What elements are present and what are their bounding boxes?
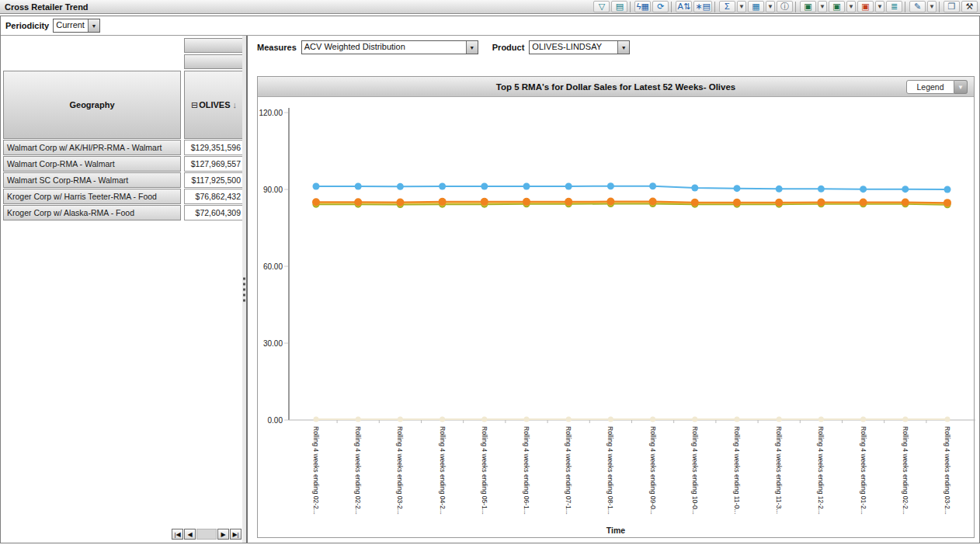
data-point[interactable]: [860, 199, 867, 207]
filter-icon[interactable]: ▽: [593, 1, 610, 12]
data-point[interactable]: [776, 186, 783, 193]
report-list-icon[interactable]: ≣: [886, 1, 902, 12]
chevron-down-icon[interactable]: ▼: [88, 19, 99, 32]
view-layout-caret-icon[interactable]: ▼: [766, 1, 775, 12]
data-point[interactable]: [356, 417, 361, 422]
chevron-down-icon[interactable]: ▼: [466, 41, 478, 54]
data-point[interactable]: [396, 199, 404, 207]
edit-icon[interactable]: ✎: [909, 1, 926, 12]
data-point[interactable]: [691, 185, 698, 192]
data-point[interactable]: [354, 198, 362, 206]
data-point[interactable]: [523, 183, 530, 190]
data-point[interactable]: [523, 198, 530, 206]
data-point[interactable]: [902, 186, 909, 193]
data-point[interactable]: [944, 199, 951, 207]
aggregate-sigma-icon[interactable]: Σ: [719, 1, 735, 12]
olives-column-header[interactable]: ⊟ OLIVES ↓: [184, 71, 244, 139]
data-point[interactable]: [314, 417, 319, 422]
data-point[interactable]: [691, 199, 699, 207]
data-point[interactable]: [817, 199, 825, 207]
data-point[interactable]: [777, 417, 782, 422]
data-point[interactable]: [524, 417, 530, 422]
export-excel-report-caret-icon[interactable]: ▼: [846, 1, 856, 12]
data-point[interactable]: [945, 417, 950, 422]
refresh-icon[interactable]: ⟳: [652, 1, 669, 12]
data-point[interactable]: [818, 417, 824, 422]
value-cell[interactable]: $129,351,596: [184, 140, 244, 155]
data-point[interactable]: [735, 417, 740, 422]
pager-scroll-track[interactable]: [196, 529, 217, 540]
pager-last-button[interactable]: ▶|: [230, 529, 242, 540]
aggregate-sigma-caret-icon[interactable]: ▼: [737, 1, 746, 12]
sort-az-icon[interactable]: A⇅: [676, 1, 692, 12]
geography-cell[interactable]: Walmart Corp-RMA - Walmart: [3, 156, 181, 172]
copy-icon[interactable]: ❐: [944, 1, 960, 12]
data-point[interactable]: [397, 183, 404, 190]
value-cell[interactable]: $72,604,309: [184, 205, 244, 220]
measures-select[interactable]: ACV Weighted Distribution ▼: [301, 40, 478, 54]
pager-next-button[interactable]: ▶: [217, 529, 229, 540]
data-point[interactable]: [566, 417, 572, 422]
data-point[interactable]: [944, 186, 951, 193]
legend-button-label[interactable]: Legend: [906, 80, 954, 94]
periodicity-select[interactable]: Current ▼: [53, 19, 100, 33]
data-point[interactable]: [650, 417, 655, 422]
collapse-icon[interactable]: ⊟: [191, 100, 198, 110]
view-layout-icon[interactable]: ▦: [748, 1, 764, 12]
data-point[interactable]: [733, 199, 741, 207]
data-point[interactable]: [481, 183, 488, 190]
data-point[interactable]: [481, 417, 487, 422]
export-excel-report-icon[interactable]: ▣: [829, 1, 845, 12]
data-point[interactable]: [902, 199, 909, 207]
chevron-down-icon[interactable]: ▼: [954, 80, 968, 94]
export-excel-icon[interactable]: ▣: [800, 1, 816, 12]
product-select[interactable]: OLIVES-LINDSAY ▼: [529, 40, 630, 54]
data-point[interactable]: [565, 183, 572, 190]
geography-cell[interactable]: Kroger Corp w/ Alaska-RMA - Food: [3, 205, 181, 220]
data-point[interactable]: [439, 183, 446, 190]
conditional-format-icon[interactable]: ∗▤: [693, 1, 712, 12]
freeze-panes-icon[interactable]: ▤: [611, 1, 627, 12]
data-point[interactable]: [818, 186, 825, 193]
data-point[interactable]: [606, 198, 614, 206]
chart-container: Top 5 RMA's for Dollar Sales for Latest …: [257, 76, 975, 538]
data-point[interactable]: [860, 417, 866, 422]
sort-desc-icon[interactable]: ↓: [233, 100, 238, 109]
geography-cell[interactable]: Walmart Corp w/ AK/HI/PR-RMA - Walmart: [3, 140, 181, 155]
data-point[interactable]: [313, 183, 320, 190]
data-point[interactable]: [439, 198, 447, 206]
data-point[interactable]: [902, 417, 908, 422]
design-tools-icon[interactable]: ⚒: [961, 1, 978, 12]
geography-column-header[interactable]: Geography: [3, 71, 181, 139]
data-point[interactable]: [860, 186, 867, 193]
chevron-down-icon[interactable]: ▼: [617, 41, 629, 54]
panel-splitter[interactable]: [242, 36, 246, 543]
data-point[interactable]: [649, 182, 656, 189]
export-powerpoint-icon[interactable]: ▣: [857, 1, 874, 12]
data-point[interactable]: [565, 198, 572, 206]
quick-calc-icon[interactable]: ϟ▦: [634, 1, 651, 12]
data-point[interactable]: [649, 198, 657, 206]
geography-cell[interactable]: Kroger Corp w/ Harris Teeter-RMA - Food: [3, 189, 181, 204]
data-point[interactable]: [398, 417, 403, 422]
value-cell[interactable]: $76,862,432: [184, 189, 244, 204]
data-point[interactable]: [608, 417, 613, 422]
pager-prev-button[interactable]: ◀: [184, 529, 196, 540]
legend-dropdown[interactable]: Legend ▼: [906, 80, 968, 94]
geography-cell[interactable]: Walmart SC Corp-RMA - Walmart: [3, 172, 181, 188]
pager-first-button[interactable]: |◀: [172, 529, 183, 540]
value-cell[interactable]: $127,969,557: [184, 156, 244, 172]
data-point[interactable]: [775, 199, 783, 207]
data-point[interactable]: [440, 417, 445, 422]
export-powerpoint-caret-icon[interactable]: ▼: [875, 1, 884, 12]
data-point[interactable]: [312, 198, 320, 206]
info-icon[interactable]: ⓘ: [777, 1, 793, 12]
data-point[interactable]: [692, 417, 697, 422]
data-point[interactable]: [734, 185, 741, 192]
data-point[interactable]: [607, 182, 614, 189]
edit-caret-icon[interactable]: ▼: [927, 1, 937, 12]
data-point[interactable]: [355, 183, 362, 190]
value-cell[interactable]: $117,925,500: [184, 172, 244, 188]
data-point[interactable]: [481, 198, 488, 206]
export-excel-caret-icon[interactable]: ▼: [818, 1, 827, 12]
